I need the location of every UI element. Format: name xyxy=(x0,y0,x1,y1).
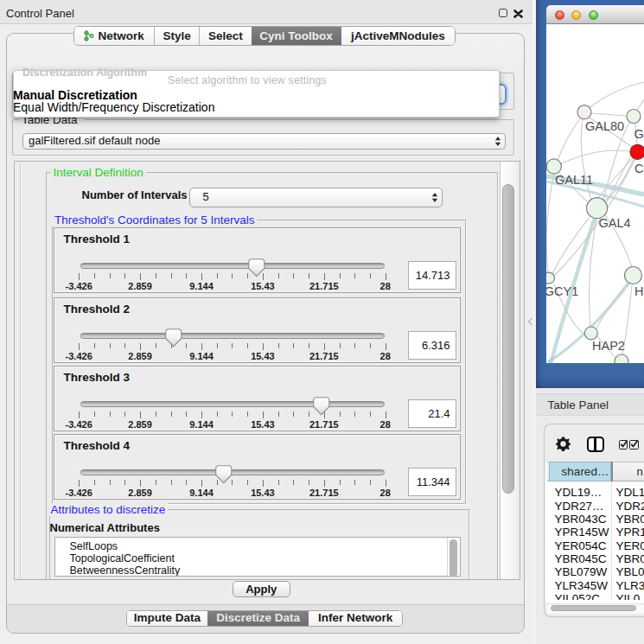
svg-text:GAL80: GAL80 xyxy=(585,119,624,133)
svg-text:GAL4: GAL4 xyxy=(599,216,631,230)
svg-text:CY: CY xyxy=(634,162,644,175)
svg-text:GCY1: GCY1 xyxy=(546,284,578,298)
svg-text:GA: GA xyxy=(634,127,644,141)
svg-text:HAP2: HAP2 xyxy=(592,339,625,353)
svg-text:GAL11: GAL11 xyxy=(555,173,593,187)
svg-text:HI: HI xyxy=(634,284,644,298)
